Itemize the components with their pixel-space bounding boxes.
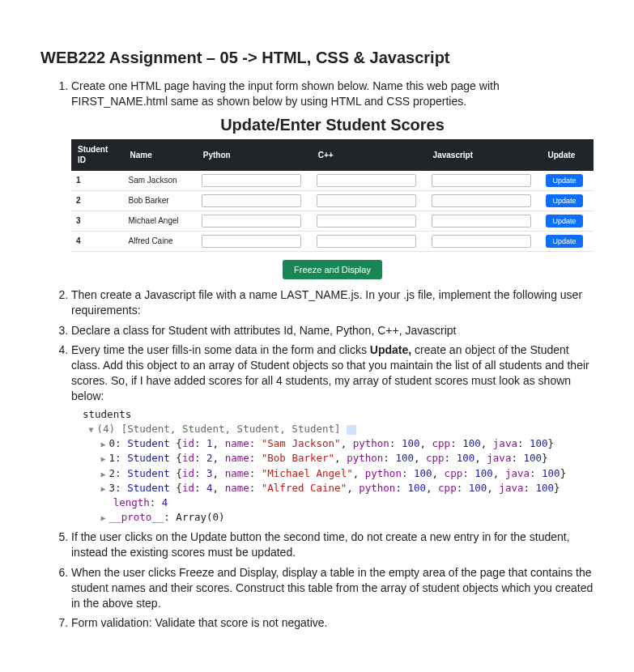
cpp-input[interactable]	[317, 235, 416, 248]
cell-id: 2	[71, 190, 124, 211]
col-js: Javascript	[427, 139, 542, 171]
col-id: Student ID	[71, 139, 124, 171]
instruction-list: Create one HTML page having the input fo…	[40, 79, 594, 631]
cpp-input[interactable]	[317, 174, 416, 187]
python-input[interactable]	[202, 235, 301, 248]
table-row: 4Alfred CaineUpdate	[71, 231, 594, 251]
info-icon	[347, 425, 356, 435]
python-input[interactable]	[202, 215, 301, 228]
cell-id: 4	[71, 231, 124, 251]
step-5: If the user clicks on the Update button …	[71, 530, 594, 560]
js-input[interactable]	[432, 235, 531, 248]
table-row: 1Sam JacksonUpdate	[71, 171, 594, 191]
cpp-input[interactable]	[317, 194, 416, 207]
table-row: 2Bob BarkerUpdate	[71, 190, 594, 211]
col-update: Update	[541, 139, 594, 171]
step-3: Declare a class for Student with attribu…	[71, 323, 594, 338]
scores-header-row: Student ID Name Python C++ Javascript Up…	[71, 139, 594, 171]
col-python: Python	[197, 139, 312, 171]
console-output: students ▼(4) [Student, Student, Student…	[83, 407, 594, 525]
table-row: 3Michael AngelUpdate	[71, 211, 594, 231]
js-input[interactable]	[432, 215, 531, 228]
step-1-text: Create one HTML page having the input fo…	[71, 79, 500, 108]
cell-name: Bob Barker	[124, 190, 197, 211]
python-input[interactable]	[202, 174, 301, 187]
cell-name: Michael Angel	[124, 211, 197, 231]
step-6: When the user clicks Freeze and Display,…	[71, 565, 594, 611]
cell-id: 3	[71, 211, 124, 231]
update-button[interactable]: Update	[546, 235, 582, 248]
cpp-input[interactable]	[317, 215, 416, 228]
step-4: Every time the user fills-in some data i…	[71, 342, 594, 525]
col-name: Name	[124, 139, 197, 171]
cell-id: 1	[71, 171, 124, 191]
step-7: Form validation: Validate that score is …	[71, 615, 594, 631]
embedded-form: Update/Enter Student Scores Student ID N…	[71, 114, 594, 279]
step-4-bold: Update,	[370, 343, 411, 356]
form-heading: Update/Enter Student Scores	[71, 114, 594, 136]
update-button[interactable]: Update	[546, 174, 582, 187]
update-button[interactable]: Update	[546, 194, 582, 207]
scores-table: Student ID Name Python C++ Javascript Up…	[71, 139, 594, 252]
cell-name: Alfred Caine	[124, 231, 197, 251]
step-1: Create one HTML page having the input fo…	[71, 79, 594, 279]
update-button[interactable]: Update	[546, 215, 582, 228]
cell-name: Sam Jackson	[124, 171, 197, 191]
freeze-display-button[interactable]: Freeze and Display	[283, 260, 382, 279]
page-title: WEB222 Assignment – 05 -> HTML, CSS & Ja…	[40, 49, 594, 67]
col-cpp: C++	[312, 139, 427, 171]
js-input[interactable]	[432, 194, 531, 207]
python-input[interactable]	[202, 194, 301, 207]
js-input[interactable]	[432, 174, 531, 187]
step-2: Then create a Javascript file with a nam…	[71, 287, 594, 318]
step-4-text-a: Every time the user fills-in some data i…	[71, 343, 370, 356]
